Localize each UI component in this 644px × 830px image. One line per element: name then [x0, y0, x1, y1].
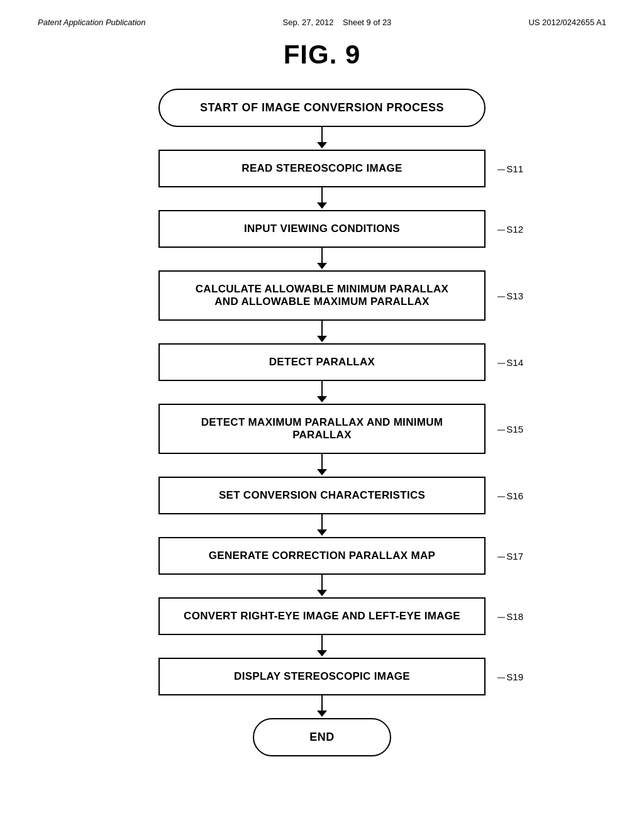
s13-node: CALCULATE ALLOWABLE MINIMUM PARALLAXAND …: [158, 270, 486, 321]
page-header: Patent Application Publication Sep. 27, …: [0, 0, 644, 27]
s14-step: S14: [497, 357, 523, 368]
s12-wrapper: INPUT VIEWING CONDITIONS S12: [158, 210, 486, 248]
s14-label: DETECT PARALLAX: [269, 356, 375, 368]
s15-wrapper: DETECT MAXIMUM PARALLAX AND MINIMUMPARAL…: [158, 404, 486, 454]
s18-wrapper: CONVERT RIGHT-EYE IMAGE AND LEFT-EYE IMA…: [158, 597, 486, 635]
s19-label: DISPLAY STEREOSCOPIC IMAGE: [234, 670, 410, 682]
s12-step: S12: [497, 224, 523, 235]
start-label: START OF IMAGE CONVERSION PROCESS: [200, 101, 444, 114]
arrow-s15-s16: [317, 454, 327, 477]
arrow-s19-end: [317, 695, 327, 718]
s11-label: READ STEREOSCOPIC IMAGE: [242, 162, 402, 174]
start-node: START OF IMAGE CONVERSION PROCESS: [158, 89, 486, 127]
figure-title: FIG. 9: [0, 40, 644, 70]
s16-node: SET CONVERSION CHARACTERISTICS: [158, 477, 486, 514]
s14-node: DETECT PARALLAX: [158, 343, 486, 381]
header-publication-label: Patent Application Publication: [38, 18, 146, 27]
s15-label: DETECT MAXIMUM PARALLAX AND MINIMUMPARAL…: [201, 416, 443, 441]
header-right: US 2012/0242655 A1: [528, 18, 606, 27]
s19-wrapper: DISPLAY STEREOSCOPIC IMAGE S19: [158, 658, 486, 695]
arrow-s12-s13: [317, 248, 327, 270]
end-node: END: [253, 718, 391, 756]
s17-node: GENERATE CORRECTION PARALLAX MAP: [158, 537, 486, 575]
arrow-s14-s15: [317, 381, 327, 404]
arrow-s16-s17: [317, 514, 327, 537]
s19-step: S19: [497, 672, 523, 682]
arrow-s17-s18: [317, 575, 327, 597]
s13-step: S13: [497, 290, 523, 301]
s19-node: DISPLAY STEREOSCOPIC IMAGE: [158, 658, 486, 695]
s11-wrapper: READ STEREOSCOPIC IMAGE S11: [158, 150, 486, 187]
s13-label: CALCULATE ALLOWABLE MINIMUM PARALLAXAND …: [196, 283, 448, 307]
s16-wrapper: SET CONVERSION CHARACTERISTICS S16: [158, 477, 486, 514]
s12-label: INPUT VIEWING CONDITIONS: [244, 223, 400, 235]
header-sheet: Sheet 9 of 23: [343, 18, 391, 27]
s16-label: SET CONVERSION CHARACTERISTICS: [219, 489, 425, 501]
header-patent-number: US 2012/0242655 A1: [528, 18, 606, 27]
s18-step: S18: [497, 611, 523, 622]
s15-step: S15: [497, 424, 523, 434]
arrow-start-s11: [317, 127, 327, 150]
s18-label: CONVERT RIGHT-EYE IMAGE AND LEFT-EYE IMA…: [184, 610, 460, 622]
arrow-s11-s12: [317, 187, 327, 210]
s13-wrapper: CALCULATE ALLOWABLE MINIMUM PARALLAXAND …: [158, 270, 486, 321]
s17-step: S17: [497, 551, 523, 562]
s17-label: GENERATE CORRECTION PARALLAX MAP: [209, 550, 435, 562]
s18-node: CONVERT RIGHT-EYE IMAGE AND LEFT-EYE IMA…: [158, 597, 486, 635]
end-node-wrapper: END: [253, 718, 391, 756]
s11-node: READ STEREOSCOPIC IMAGE: [158, 150, 486, 187]
start-node-wrapper: START OF IMAGE CONVERSION PROCESS: [158, 89, 486, 127]
s11-step: S11: [497, 163, 523, 174]
header-left: Patent Application Publication: [38, 18, 146, 27]
s16-step: S16: [497, 490, 523, 501]
arrow-s18-s19: [317, 635, 327, 658]
s15-node: DETECT MAXIMUM PARALLAX AND MINIMUMPARAL…: [158, 404, 486, 454]
end-label: END: [309, 731, 335, 743]
header-date: Sep. 27, 2012: [283, 18, 334, 27]
arrow-s13-s14: [317, 321, 327, 343]
s17-wrapper: GENERATE CORRECTION PARALLAX MAP S17: [158, 537, 486, 575]
s14-wrapper: DETECT PARALLAX S14: [158, 343, 486, 381]
flowchart: START OF IMAGE CONVERSION PROCESS READ S…: [0, 89, 644, 756]
header-center: Sep. 27, 2012 Sheet 9 of 23: [283, 18, 392, 27]
s12-node: INPUT VIEWING CONDITIONS: [158, 210, 486, 248]
